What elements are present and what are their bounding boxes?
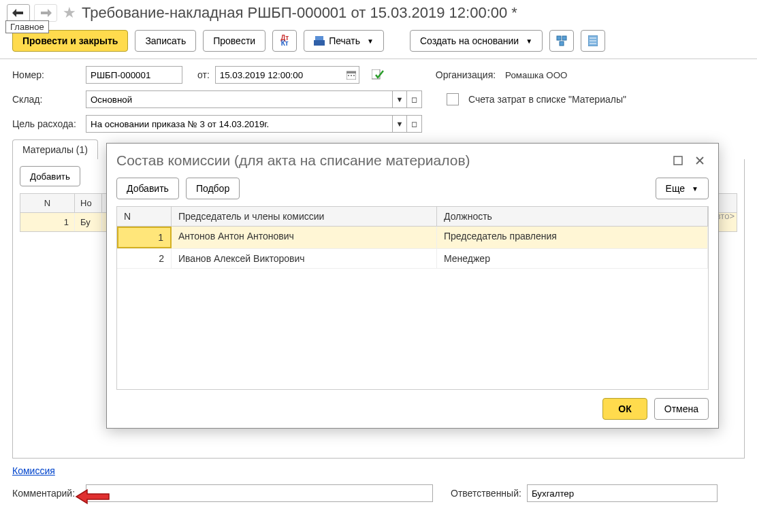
nav-forward-button[interactable] bbox=[34, 4, 57, 22]
dlg-cell-position: Менеджер bbox=[437, 249, 708, 268]
chevron-down-icon: ▼ bbox=[367, 37, 374, 45]
calendar-icon[interactable] bbox=[344, 66, 359, 84]
dtk-button[interactable]: ДтКт bbox=[272, 30, 297, 52]
add-material-button[interactable]: Добавить bbox=[20, 166, 80, 186]
print-button[interactable]: Печать ▼ bbox=[304, 30, 384, 52]
open-button[interactable]: ◻ bbox=[407, 115, 422, 133]
svg-rect-0 bbox=[557, 36, 561, 40]
dlg-cell-position: Председатель правления bbox=[437, 227, 708, 248]
open-button[interactable]: ◻ bbox=[407, 90, 422, 108]
page-title: Требование-накладная РШБП-000001 от 15.0… bbox=[82, 4, 517, 22]
purpose-field[interactable] bbox=[86, 115, 392, 133]
from-label: от: bbox=[197, 69, 210, 80]
cell-nomen: Бу bbox=[75, 213, 102, 231]
dialog-title: Состав комиссии (для акта на списание ма… bbox=[116, 152, 665, 169]
org-field[interactable] bbox=[501, 66, 678, 84]
dlg-row[interactable]: 2 Иванов Алексей Викторович Менеджер bbox=[117, 249, 708, 269]
list-icon bbox=[588, 35, 598, 46]
responsible-field[interactable] bbox=[527, 484, 718, 502]
favorite-star-icon[interactable]: ★ bbox=[61, 5, 78, 21]
cost-accounts-label: Счета затрат в списке "Материалы" bbox=[468, 94, 626, 105]
svg-rect-1 bbox=[562, 36, 566, 40]
print-label: Печать bbox=[329, 35, 360, 46]
dropdown-button[interactable]: ▼ bbox=[392, 115, 407, 133]
nav-tooltip: Главное bbox=[5, 20, 49, 33]
more-label: Еще bbox=[666, 183, 686, 194]
col-n-header: N bbox=[20, 194, 75, 212]
comment-label: Комментарий: bbox=[12, 488, 80, 499]
svg-rect-11 bbox=[353, 75, 355, 76]
structure-button[interactable] bbox=[549, 30, 574, 52]
chevron-down-icon: ▼ bbox=[526, 37, 532, 45]
purpose-label: Цель расхода: bbox=[12, 118, 80, 129]
chevron-down-icon: ▼ bbox=[692, 185, 698, 193]
dlg-col-n: N bbox=[117, 207, 172, 226]
tab-materials[interactable]: Материалы (1) bbox=[12, 139, 98, 159]
cost-accounts-checkbox[interactable] bbox=[447, 93, 459, 105]
dialog-pick-button[interactable]: Подбор bbox=[186, 178, 240, 199]
warehouse-field[interactable] bbox=[86, 90, 392, 108]
svg-rect-13 bbox=[674, 156, 682, 165]
dlg-row[interactable]: 1 Антонов Антон Антонович Председатель п… bbox=[117, 227, 708, 249]
dtk-icon: ДтКт bbox=[280, 35, 289, 46]
maximize-button[interactable] bbox=[669, 152, 687, 169]
svg-rect-10 bbox=[351, 75, 352, 76]
cancel-button[interactable]: Отмена bbox=[654, 398, 709, 420]
list-button[interactable] bbox=[581, 30, 605, 52]
printer-icon bbox=[314, 36, 325, 46]
check-icon bbox=[372, 69, 384, 80]
commission-dialog: Состав комиссии (для акта на списание ма… bbox=[106, 143, 719, 429]
responsible-label: Ответственный: bbox=[451, 488, 521, 499]
comment-field[interactable] bbox=[86, 484, 433, 502]
post-button[interactable]: Провести bbox=[203, 30, 265, 52]
structure-icon bbox=[556, 35, 567, 46]
nav-back-button[interactable] bbox=[7, 4, 30, 22]
number-label: Номер: bbox=[12, 69, 80, 80]
red-arrow-annotation bbox=[75, 488, 110, 505]
svg-rect-2 bbox=[560, 41, 564, 46]
dlg-col-position: Должность bbox=[437, 207, 708, 226]
dlg-col-member: Председатель и члены комиссии bbox=[172, 207, 437, 226]
svg-rect-8 bbox=[347, 71, 356, 73]
svg-rect-9 bbox=[348, 75, 349, 76]
date-field[interactable] bbox=[215, 66, 344, 84]
dropdown-button[interactable]: ▼ bbox=[392, 90, 407, 108]
save-button[interactable]: Записать bbox=[135, 30, 196, 52]
create-basis-label: Создать на основании bbox=[420, 35, 519, 46]
dlg-cell-n: 1 bbox=[117, 227, 172, 248]
warehouse-label: Склад: bbox=[12, 94, 80, 105]
dialog-add-button[interactable]: Добавить bbox=[116, 178, 179, 199]
close-button[interactable] bbox=[691, 152, 709, 169]
dlg-cell-member: Антонов Антон Антонович bbox=[172, 227, 437, 248]
ok-button[interactable]: ОК bbox=[602, 398, 647, 420]
org-label: Организация: bbox=[436, 69, 496, 80]
dlg-cell-n: 2 bbox=[117, 249, 172, 268]
dialog-more-button[interactable]: Еще ▼ bbox=[656, 178, 709, 199]
create-on-basis-button[interactable]: Создать на основании ▼ bbox=[410, 30, 543, 52]
cell-n: 1 bbox=[20, 213, 75, 231]
dlg-cell-member: Иванов Алексей Викторович bbox=[172, 249, 437, 268]
col-nomen-header: Но bbox=[75, 194, 102, 212]
commission-link[interactable]: Комиссия bbox=[12, 465, 55, 476]
number-field[interactable] bbox=[86, 66, 182, 84]
